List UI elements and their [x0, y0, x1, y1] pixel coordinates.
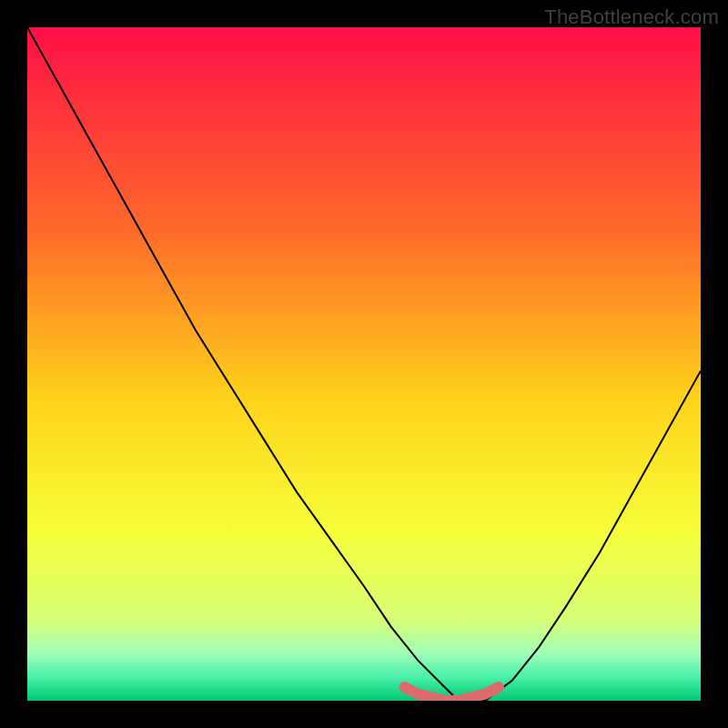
- plot-area: [27, 27, 701, 701]
- watermark-text: TheBottleneck.com: [544, 5, 719, 29]
- curve-layer: [27, 27, 701, 701]
- bottleneck-curve: [27, 27, 701, 701]
- chart-frame: TheBottleneck.com: [0, 0, 728, 728]
